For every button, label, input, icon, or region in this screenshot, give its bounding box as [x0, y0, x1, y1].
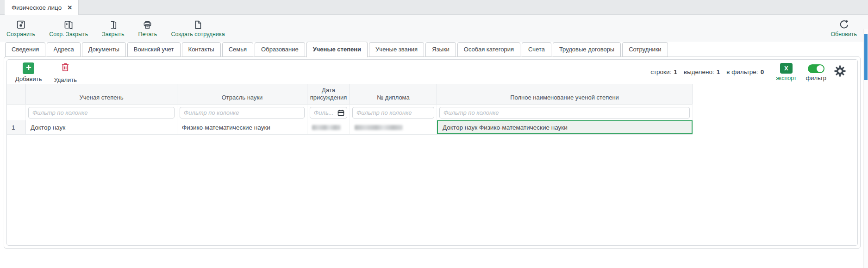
cell-science-field[interactable]: Физико-математические науки	[177, 120, 307, 134]
toggle-on-icon[interactable]	[808, 64, 824, 73]
filter-cell-full-name	[437, 105, 693, 120]
refresh-icon	[838, 19, 849, 30]
header-otrasl-nauki[interactable]: Отрасль науки	[177, 84, 307, 104]
selected-count: выделено:1	[684, 69, 720, 75]
cell-degree[interactable]: Доктор наук	[26, 120, 177, 134]
save-close-button[interactable]: Сохр. Закрыть	[49, 19, 88, 37]
tab-semya[interactable]: Семья	[222, 42, 253, 57]
create-employee-label: Создать сотрудника	[171, 31, 225, 37]
refresh-button[interactable]: Обновить	[831, 19, 857, 37]
grid-stats: строки:1 выделено:1 в фильтре:0	[644, 69, 764, 75]
filter-cell-date	[307, 105, 350, 120]
filter-cell-diploma	[350, 105, 437, 120]
filter-input-degree[interactable]	[28, 107, 175, 118]
tab-svedeniya[interactable]: Сведения	[5, 42, 45, 57]
tab-osobaya-kategoriya[interactable]: Особая категория	[457, 42, 520, 57]
close-label: Закрыть	[102, 31, 124, 37]
tab-adresa[interactable]: Адреса	[47, 42, 80, 57]
tab-kontakty[interactable]: Контакты	[182, 42, 221, 57]
close-button[interactable]: Закрыть	[102, 19, 124, 37]
cell-diploma-no-redacted[interactable]	[350, 120, 437, 134]
document-tab-strip	[0, 0, 868, 15]
tab-sotrudniki[interactable]: Сотрудники	[622, 42, 668, 57]
header-row-number[interactable]	[7, 84, 26, 104]
grid-settings-button[interactable]	[834, 65, 846, 79]
tab-yazyki[interactable]: Языки	[425, 42, 456, 57]
filter-cell-degree	[26, 105, 177, 120]
tab-obrazovanie[interactable]: Образование	[255, 42, 305, 57]
table-filter-row	[7, 105, 693, 120]
filter-input-diploma[interactable]	[352, 107, 434, 118]
grid-panel: + Добавить Удалить строки:1 выделе	[6, 59, 858, 246]
toggle-knob	[817, 65, 824, 72]
tab-uchenye-zvaniya[interactable]: Ученые звания	[369, 42, 424, 57]
redacted-diploma-value	[355, 125, 403, 130]
filter-cell-rownum	[7, 105, 26, 120]
table-row[interactable]: 1 Доктор наук Физико-математические наук…	[7, 120, 693, 135]
export-label: экспорт	[776, 75, 796, 81]
save-button[interactable]: Сохранить	[6, 19, 35, 37]
print-button[interactable]: Печать	[138, 19, 157, 37]
vertical-scrollbar[interactable]	[863, 29, 868, 268]
table-header-row: Ученая степень Отрасль науки Дата присуж…	[7, 84, 693, 105]
delete-label: Удалить	[54, 76, 77, 83]
add-label: Добавить	[15, 75, 42, 82]
refresh-label: Обновить	[831, 31, 857, 37]
save-icon	[16, 19, 26, 30]
tab-trudovye-dogovory[interactable]: Трудовые договоры	[553, 42, 621, 57]
add-row-button[interactable]: + Добавить	[15, 62, 42, 82]
gear-icon	[834, 65, 846, 79]
degrees-table: Ученая степень Отрасль науки Дата присуж…	[7, 84, 693, 135]
rows-count: строки:1	[650, 69, 677, 75]
redacted-date-value	[312, 125, 341, 130]
tab-voinskiy-uchet[interactable]: Воинский учет	[127, 42, 181, 57]
filter-input-date[interactable]	[310, 107, 347, 118]
row-number-cell[interactable]: 1	[7, 120, 26, 134]
filter-input-full-name[interactable]	[439, 107, 690, 118]
tab-scheta[interactable]: Счета	[522, 42, 551, 57]
door-icon	[108, 19, 119, 30]
filtered-count: в фильтре:0	[726, 69, 764, 75]
tab-dokumenty[interactable]: Документы	[82, 42, 126, 57]
grid-toolbar-right: строки:1 выделено:1 в фильтре:0 X экспор…	[644, 62, 849, 81]
save-close-label: Сохр. Закрыть	[49, 31, 88, 37]
filter-input-science-field[interactable]	[180, 107, 305, 118]
header-uchenaya-stepen[interactable]: Ученая степень	[26, 84, 177, 104]
filter-toggle[interactable]: фильтр	[806, 63, 826, 81]
printer-icon	[142, 19, 153, 30]
doc-tab-fizicheskoe-lico[interactable]: Физическое лицо ✕	[5, 0, 79, 15]
create-employee-button[interactable]: Создать сотрудника	[171, 19, 225, 37]
header-no-diploma[interactable]: № диплома	[350, 84, 437, 104]
close-icon[interactable]: ✕	[67, 4, 72, 11]
excel-export-icon: X	[780, 63, 793, 74]
filter-toggle-label: фильтр	[806, 75, 826, 81]
trash-icon	[60, 62, 71, 75]
header-polnoe-naimenovanie[interactable]: Полное наименование ученой степени	[437, 84, 693, 104]
export-excel-button[interactable]: X экспорт	[776, 63, 796, 81]
plus-icon: +	[23, 62, 34, 74]
doc-tab-title: Физическое лицо	[12, 4, 62, 11]
delete-row-button[interactable]: Удалить	[54, 62, 77, 83]
cell-award-date-redacted[interactable]	[307, 120, 350, 134]
header-data-prisuzhdeniya[interactable]: Дата присуждения	[307, 84, 350, 104]
grid-toolbar: + Добавить Удалить строки:1 выделе	[7, 60, 857, 84]
scrollbar-thumb[interactable]	[864, 34, 868, 80]
main-toolbar: Сохранить Сохр. Закрыть Закрыть	[0, 15, 868, 42]
new-document-icon	[193, 19, 203, 30]
print-label: Печать	[138, 31, 157, 37]
tab-uchenye-stepeni[interactable]: Ученые степени	[306, 42, 368, 57]
save-label: Сохранить	[6, 31, 35, 37]
page-tabs: Сведения Адреса Документы Воинский учет …	[4, 42, 859, 57]
save-close-icon	[63, 19, 74, 30]
cell-full-degree-name-selected[interactable]: Доктор наук Физико-математические науки	[437, 120, 693, 134]
filter-cell-science-field	[177, 105, 307, 120]
tab-content-panel: + Добавить Удалить строки:1 выделе	[4, 56, 861, 249]
